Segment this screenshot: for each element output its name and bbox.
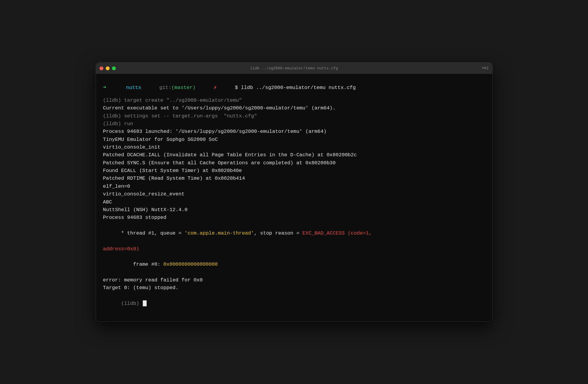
terminal-window: lldb ../sg2000-emulator/temu nuttx.cfg ⌥… — [96, 62, 493, 321]
prompt-git-status: ✗ — [214, 84, 217, 92]
thread-middle: , stop reason = — [254, 230, 302, 236]
thread-prefix: * thread #1, queue = — [121, 230, 185, 236]
thread-queue-name: 'com.apple.main-thread' — [185, 230, 254, 236]
output-line-12: elf_len=0 — [103, 183, 485, 190]
titlebar: lldb ../sg2000-emulator/temu nuttx.cfg ⌥… — [96, 63, 492, 74]
prompt-line: ➜ nuttx git:(master) ✗ $ lldb ../sg2000-… — [103, 80, 485, 95]
prompt-git-branch: (master) — [172, 84, 196, 92]
output-line-5: Process 94683 launched: '/Users/luppy/sg… — [103, 128, 485, 136]
traffic-lights — [100, 66, 116, 70]
final-prompt-text: (lldb) — [121, 301, 142, 306]
output-line-3: (lldb) settings set -- target.run-args "… — [103, 112, 485, 120]
output-line-14: ABC — [103, 198, 485, 206]
close-button[interactable] — [100, 66, 103, 70]
thread-error: EXC_BAD_ACCESS (code=1, — [302, 230, 372, 236]
minimize-button[interactable] — [106, 66, 110, 70]
output-line-4: (lldb) run — [103, 120, 485, 128]
prompt-git-label: git: — [159, 84, 172, 92]
output-line-11: Patched RDTIME (Read System Time) at 0x8… — [103, 175, 485, 182]
output-line-7: virtio_console_init — [103, 144, 485, 151]
target-line: Target 0: (temu) stopped. — [103, 284, 485, 292]
final-prompt-line: (lldb) — [103, 292, 485, 316]
output-line-6: TinyEMU Emulator for Sophgo SG2000 SoC — [103, 136, 485, 144]
thread-line: * thread #1, queue = 'com.apple.main-thr… — [103, 222, 485, 245]
frame-prefix: frame #0: — [121, 262, 164, 267]
prompt-command: $ lldb ../sg2000-emulator/temu nuttx.cfg — [235, 84, 356, 92]
output-line-10: Found ECALL (Start System Timer) at 0x80… — [103, 167, 485, 175]
cursor — [143, 300, 147, 306]
output-line-2: Current executable set to '/Users/luppy/… — [103, 104, 485, 112]
terminal-body[interactable]: ➜ nuttx git:(master) ✗ $ lldb ../sg2000-… — [96, 74, 492, 321]
output-line-15: NuttShell (NSH) NuttX-12.4.0 — [103, 206, 485, 214]
address-line: address=0x0) — [103, 245, 485, 253]
output-line-8: Patched DCACHE.IALL (Invalidate all Page… — [103, 151, 485, 159]
arrow-icon: ➜ — [103, 84, 106, 92]
frame-address: 0x0000000000000000 — [164, 262, 218, 267]
error-line: error: memory read failed for 0x0 — [103, 276, 485, 284]
window-title: lldb ../sg2000-emulator/temu nuttx.cfg — [250, 66, 338, 71]
frame-line: frame #0: 0x0000000000000000 — [103, 253, 485, 276]
maximize-button[interactable] — [112, 66, 116, 70]
prompt-dir: nuttx — [126, 84, 141, 92]
output-line-1: (lldb) target create "../sg2000-emulator… — [103, 97, 485, 104]
window-shortcut: ⌥⌘2 — [482, 66, 488, 71]
output-line-9: Patched SYNC.S (Ensure that all Cache Op… — [103, 159, 485, 167]
output-line-16: Process 94683 stopped — [103, 214, 485, 222]
output-line-13: virtio_console_resize_event — [103, 190, 485, 198]
